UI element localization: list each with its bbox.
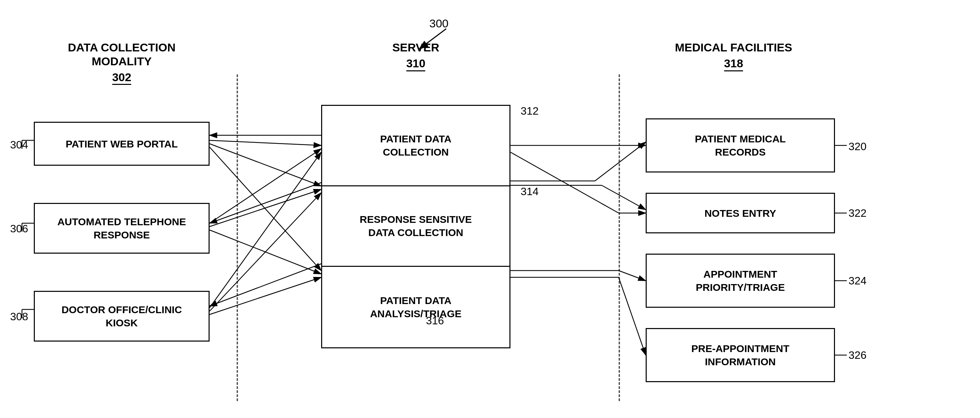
diagram-container: 300 DATA COLLECTIONMODALITY 302 SERVER 3… — [0, 0, 980, 418]
box-notes-entry: NOTES ENTRY — [646, 193, 835, 233]
svg-line-11 — [210, 277, 321, 314]
svg-line-10 — [210, 193, 321, 311]
ref-306: 306 — [10, 223, 28, 235]
ref-324: 324 — [848, 274, 866, 287]
svg-line-17 — [511, 152, 619, 213]
ref-320: 320 — [848, 140, 866, 153]
ref-326: 326 — [848, 349, 866, 362]
box-automated-telephone: AUTOMATED TELEPHONERESPONSE — [34, 203, 210, 254]
svg-line-24 — [619, 271, 646, 281]
svg-line-13 — [210, 183, 321, 223]
ref-314: 314 — [520, 185, 539, 198]
col-header-server: SERVER 310 — [338, 41, 493, 71]
server-section-patient-data-collection: PATIENT DATACOLLECTION — [322, 106, 509, 186]
ref-316: 316 — [426, 314, 444, 327]
svg-line-5 — [210, 147, 321, 271]
dashed-line-1 — [237, 74, 238, 401]
col-header-data-collection: DATA COLLECTIONMODALITY 302 — [34, 41, 210, 85]
server-box: PATIENT DATACOLLECTION RESPONSE SENSITIV… — [321, 105, 511, 348]
box-pre-appointment: PRE-APPOINTMENTINFORMATION — [646, 328, 835, 382]
ref-322: 322 — [848, 207, 866, 220]
svg-line-8 — [210, 230, 321, 274]
server-section-patient-analysis: PATIENT DATAANALYSIS/TRIAGE — [322, 267, 509, 347]
dashed-line-2 — [619, 74, 620, 401]
col-header-medical-facilities: MEDICAL FACILITIES 318 — [632, 41, 835, 71]
svg-line-20 — [602, 185, 646, 210]
ref-308: 308 — [10, 311, 28, 323]
svg-line-26 — [619, 277, 646, 355]
svg-line-14 — [210, 264, 321, 306]
svg-line-9 — [210, 152, 321, 308]
ref-312: 312 — [520, 105, 539, 117]
svg-line-3 — [210, 140, 321, 145]
svg-line-22 — [595, 142, 646, 181]
box-doctor-office: DOCTOR OFFICE/CLINICKIOSK — [34, 291, 210, 341]
svg-line-7 — [210, 189, 321, 227]
ref-304: 304 — [10, 139, 28, 151]
box-appointment-priority: APPOINTMENTPRIORITY/TRIAGE — [646, 254, 835, 308]
svg-line-4 — [210, 144, 321, 186]
box-patient-medical-records: PATIENT MEDICALRECORDS — [646, 118, 835, 172]
server-section-response-sensitive: RESPONSE SENSITIVEDATA COLLECTION — [322, 186, 509, 267]
svg-line-6 — [210, 149, 321, 223]
ref-300-label: 300 — [429, 17, 449, 30]
box-patient-web-portal: PATIENT WEB PORTAL — [34, 122, 210, 166]
